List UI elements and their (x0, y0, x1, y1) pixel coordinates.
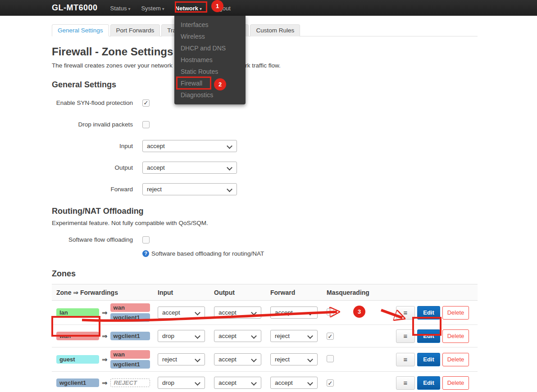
zone-output-cell: accept (214, 377, 270, 389)
edit-button[interactable]: Edit (417, 376, 440, 390)
edit-button[interactable]: Edit (417, 329, 440, 343)
nav-item-label: Status (110, 5, 127, 12)
sort-handle-button[interactable]: ≡ (396, 329, 415, 343)
zone-output-select[interactable]: accept (214, 377, 261, 389)
zone-forward-cell: accept (270, 306, 327, 319)
column-header: Forward (270, 289, 327, 296)
network-dropdown-menu: InterfacesWirelessDHCP and DNSHostnamesS… (174, 16, 246, 104)
dropdown-item-diagnostics[interactable]: Diagnostics (174, 89, 246, 101)
zone-row-wan: wan⇒wgclient1dropacceptreject✓≡EditDelet… (52, 325, 478, 347)
check-icon: ✓ (328, 333, 333, 339)
zone-output-select[interactable]: accept (214, 306, 261, 319)
zone-output-cell: accept (214, 330, 270, 342)
zone-badge: lan (56, 308, 99, 317)
zone-input-select[interactable]: drop (158, 330, 205, 342)
delete-button[interactable]: Delete (442, 353, 469, 366)
form-row: Outputaccept (52, 162, 478, 174)
nav-item-network[interactable]: Network▾ (175, 5, 202, 12)
zone-forward-select[interactable]: reject (270, 330, 318, 342)
zone-cell: lan⇒wanwgclient1 (52, 303, 158, 322)
input-policy-select[interactable]: accept (142, 140, 237, 152)
zone-actions-cell: ≡EditDelete (380, 329, 478, 343)
drop-invalid-packets-checkbox[interactable] (142, 121, 150, 128)
nav-item-label: Logout (213, 5, 231, 12)
general-settings-heading: General Settings (52, 80, 478, 90)
dropdown-item-firewall[interactable]: Firewall (174, 77, 246, 89)
page-title: Firewall - Zone Settings (52, 45, 478, 58)
dropdown-item-hostnames[interactable]: Hostnames (174, 54, 246, 66)
field-control: reject (142, 183, 237, 195)
zone-forward-select[interactable]: reject (270, 353, 318, 365)
zone-input-select[interactable]: accept (158, 306, 205, 319)
dropdown-item-dhcp-and-dns[interactable]: DHCP and DNS (174, 42, 246, 54)
zone-input-cell: drop (158, 377, 214, 389)
offloading-form: Software flow offloading (52, 234, 478, 246)
nav-item-logout[interactable]: Logout (213, 5, 231, 12)
dropdown-item-static-routes[interactable]: Static Routes (174, 66, 246, 77)
zone-row-wgclient1: wgclient1⇒REJECTdropacceptaccept✓≡EditDe… (52, 372, 478, 392)
field-control (142, 236, 150, 243)
zone-output-select[interactable]: accept (214, 330, 261, 342)
delete-button[interactable]: Delete (442, 329, 469, 343)
form-row: Inputaccept (52, 140, 478, 152)
zone-forward-cell: reject (270, 330, 327, 342)
field-control: accept (142, 162, 237, 174)
zone-forward-select[interactable]: accept (270, 306, 318, 319)
zone-actions-cell: ≡EditDelete (380, 306, 478, 320)
forward-arrow-icon: ⇒ (102, 356, 108, 364)
delete-button[interactable]: Delete (442, 376, 469, 390)
main-content: General SettingsPort ForwardsTraffic Rul… (52, 24, 478, 392)
zone-input-select[interactable]: drop (158, 377, 205, 389)
edit-button[interactable]: Edit (417, 353, 440, 366)
chevron-down-icon: ▾ (162, 6, 164, 11)
forward-policy-select[interactable]: reject (142, 183, 237, 195)
sort-handle-button[interactable]: ≡ (396, 376, 415, 390)
masquerading-checkbox[interactable] (327, 355, 334, 362)
zone-output-select[interactable]: accept (214, 353, 261, 365)
form-row: Forwardreject (52, 183, 478, 195)
zone-cell: wan⇒wgclient1 (52, 332, 158, 340)
nav-item-system[interactable]: System▾ (141, 5, 164, 12)
delete-button[interactable]: Delete (442, 306, 469, 320)
zones-heading: Zones (52, 269, 478, 279)
forward-arrow-icon: ⇒ (102, 379, 108, 387)
form-row: Drop invalid packets (52, 118, 478, 131)
dropdown-item-interfaces[interactable]: Interfaces (174, 19, 246, 31)
field-label: Input (52, 143, 133, 149)
forwarding-badge: wan (110, 303, 150, 312)
dropdown-item-wireless[interactable]: Wireless (174, 31, 246, 42)
masquerading-checkbox[interactable]: ✓ (327, 333, 334, 340)
zone-badge: wgclient1 (56, 378, 99, 387)
check-icon: ✓ (144, 100, 149, 106)
enable-syn-flood-protection-checkbox[interactable]: ✓ (142, 99, 150, 107)
nav-item-label: Network (175, 5, 198, 12)
forwarding-badge: wan (110, 350, 150, 359)
software-flow-offloading-checkbox[interactable] (142, 236, 150, 243)
forwardings-stack: wgclient1 (110, 332, 150, 340)
output-policy-select[interactable]: accept (142, 162, 237, 174)
zone-forward-select[interactable]: accept (270, 377, 318, 389)
masquerading-checkbox[interactable] (327, 308, 334, 315)
offloading-help-text: Software based offloading for routing/NA… (151, 250, 264, 257)
firewall-tab-bar: General SettingsPort ForwardsTraffic Rul… (52, 24, 478, 36)
column-header: Masquerading (327, 289, 380, 296)
zone-badge: guest (56, 355, 99, 364)
zone-forward-cell: reject (270, 353, 327, 365)
field-label: Enable SYN-flood protection (52, 99, 133, 106)
zone-actions-cell: ≡EditDelete (380, 376, 478, 390)
forward-arrow-icon: ⇒ (102, 332, 108, 340)
nav-item-status[interactable]: Status▾ (110, 5, 131, 12)
edit-button[interactable]: Edit (417, 306, 440, 320)
tab-port-forwards[interactable]: Port Forwards (110, 24, 160, 36)
zone-input-select[interactable]: reject (158, 353, 205, 365)
forwardings-stack: wanwgclient1 (110, 303, 150, 322)
offloading-heading: Routing/NAT Offloading (52, 207, 478, 216)
forwarding-badge: wgclient1 (110, 313, 150, 322)
sort-handle-button[interactable]: ≡ (396, 353, 415, 366)
tab-custom-rules[interactable]: Custom Rules (250, 24, 300, 36)
sort-handle-button[interactable]: ≡ (396, 306, 415, 320)
forward-arrow-icon: ⇒ (102, 309, 108, 317)
zone-masquerading-cell: ✓ (327, 332, 380, 340)
tab-general-settings[interactable]: General Settings (52, 24, 109, 36)
masquerading-checkbox[interactable]: ✓ (327, 379, 334, 387)
